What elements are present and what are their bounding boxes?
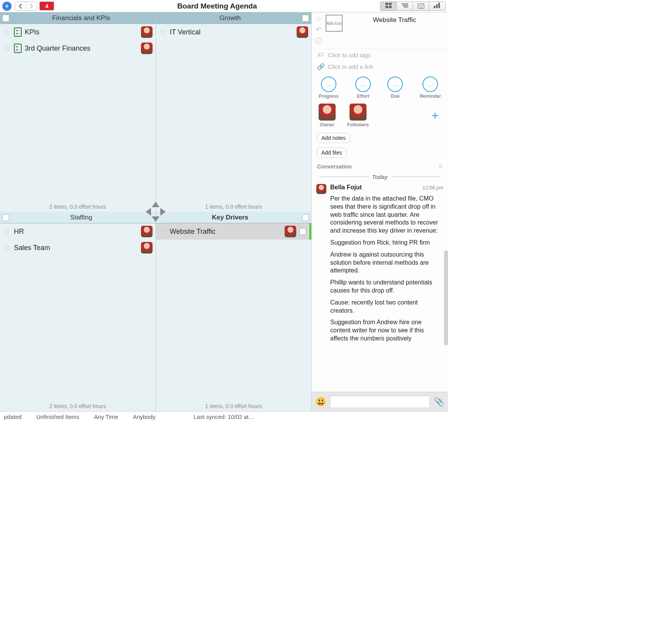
top-toolbar: + 4 Board Meeting Agenda	[0, 0, 448, 12]
comment-input-bar: 😃 📎	[312, 392, 448, 411]
quadrant-checkbox[interactable]	[302, 15, 309, 22]
filter-anybody[interactable]: Anybody	[133, 413, 155, 420]
quadrant-header[interactable]: Staffing	[0, 212, 156, 223]
tag-icon: 🏷	[317, 51, 324, 58]
star-icon[interactable]: ☆	[316, 15, 322, 23]
scrollbar[interactable]	[444, 250, 448, 345]
attachment-button[interactable]: 📎	[434, 397, 444, 407]
card-checkbox[interactable]	[299, 228, 306, 235]
comment-input[interactable]	[330, 396, 430, 408]
quadrant-title: Growth	[158, 14, 302, 22]
reminder-button[interactable]: …	[423, 77, 438, 92]
comment-text: Per the data in the attached file, CMO s…	[330, 195, 443, 235]
view-switcher: 12	[380, 2, 446, 11]
comment-time: 12:06 pm	[423, 185, 443, 191]
add-person-button[interactable]: +	[431, 109, 441, 123]
link-icon: 🔗	[317, 63, 324, 70]
avatar[interactable]	[285, 226, 296, 237]
owner-label: Owner	[320, 122, 334, 128]
card-title: 3rd Quarter Finances	[25, 44, 138, 53]
quadrant-header[interactable]: Financials and KPIs	[0, 12, 156, 24]
filter-unfinished[interactable]: Unfinished Items	[36, 413, 80, 420]
info-icon[interactable]: ⓘ	[315, 36, 322, 46]
comment-text: Cause: recently lost two content creator…	[330, 299, 443, 315]
effort-button[interactable]: …	[355, 77, 371, 92]
filter-updated[interactable]: pdated	[4, 413, 22, 420]
quadrant-checkbox[interactable]	[302, 214, 309, 221]
conversation-menu-icon[interactable]: ≡	[438, 162, 443, 170]
add-tags-row[interactable]: 🏷 Click to add tags	[312, 49, 448, 61]
star-icon[interactable]: ☆	[3, 243, 11, 252]
add-link-placeholder: Click to add a link	[328, 63, 373, 70]
card-title: Sales Team	[14, 244, 138, 252]
inspector-title: Website Traffic	[345, 15, 444, 46]
list-icon	[401, 3, 408, 9]
quadrant-header[interactable]: Growth	[156, 12, 312, 24]
add-tags-placeholder: Click to add tags	[328, 52, 371, 58]
quadrant-checkbox[interactable]	[2, 15, 9, 22]
star-icon[interactable]: ☆	[159, 227, 167, 236]
view-list-button[interactable]	[397, 2, 413, 10]
svg-rect-3	[389, 6, 392, 8]
emoji-button[interactable]: 😃	[316, 397, 326, 407]
avatar[interactable]	[141, 43, 153, 54]
chevron-right-icon	[29, 3, 33, 9]
comment-author: Bella Fojut	[330, 184, 362, 191]
svg-rect-0	[385, 3, 388, 5]
notification-badge[interactable]: 4	[39, 2, 54, 10]
card-title: KPIs	[25, 28, 138, 36]
comment-avatar[interactable]	[316, 184, 326, 194]
due-label: Due	[391, 94, 400, 99]
quadrant-checkbox[interactable]	[2, 214, 9, 221]
card-title: HR	[14, 228, 138, 236]
conversation-body[interactable]: Bella Fojut 12:06 pm Per the data in the…	[312, 181, 448, 392]
card[interactable]: ☆ Sales Team	[0, 240, 156, 256]
avatar[interactable]	[141, 242, 153, 254]
task-status-icon	[14, 27, 22, 37]
card[interactable]: ☆ HR	[0, 223, 156, 240]
calendar-icon: 12	[417, 3, 424, 10]
nav-group	[15, 2, 37, 11]
nav-back-button[interactable]	[15, 2, 26, 10]
svg-rect-8	[438, 3, 440, 8]
star-icon[interactable]: ☆	[3, 28, 11, 36]
add-notes-button[interactable]: Add notes	[317, 133, 350, 143]
add-button[interactable]: +	[2, 2, 12, 11]
card-title: Website Traffic	[170, 228, 282, 236]
avatar[interactable]	[141, 226, 153, 237]
view-grid-button[interactable]	[380, 2, 397, 10]
svg-rect-6	[434, 6, 435, 8]
star-icon[interactable]: ☆	[159, 28, 167, 36]
add-icon-button[interactable]: Add Icon	[326, 15, 343, 32]
nav-forward-button[interactable]	[26, 2, 37, 10]
progress-button[interactable]: …	[321, 77, 336, 92]
sync-status: Last synced: 10/02 at…	[193, 413, 255, 420]
view-calendar-button[interactable]: 12	[413, 2, 429, 10]
card[interactable]: ☆ 3rd Quarter Finances	[0, 40, 156, 56]
follower-avatar[interactable]	[350, 104, 367, 121]
board-area: Financials and KPIs ☆ KPIs ☆ 3rd Quart	[0, 12, 311, 411]
quadrant-footer: 1 items, 0.0 effort hours	[156, 202, 312, 212]
svg-rect-7	[436, 4, 438, 8]
card[interactable]: ☆ KPIs	[0, 24, 156, 40]
star-icon[interactable]: ☆	[3, 227, 11, 236]
view-chart-button[interactable]	[429, 2, 445, 10]
bar-chart-icon	[434, 3, 441, 9]
card[interactable]: ☆ IT Vertical	[156, 24, 312, 40]
due-button[interactable]: …	[387, 77, 403, 92]
add-link-row[interactable]: 🔗 Click to add a link	[312, 61, 448, 73]
task-status-icon	[14, 44, 22, 53]
quadrant-footer: 2 items, 0.0 effort hours	[0, 402, 156, 411]
quadrant-header[interactable]: Key Drivers	[156, 212, 312, 223]
inspector-panel: ☆ ↶ ⓘ Add Icon Website Traffic 🏷 Click t…	[311, 12, 448, 411]
today-separator: Today	[372, 174, 387, 180]
filter-anytime[interactable]: Any Time	[94, 413, 119, 420]
avatar[interactable]	[141, 26, 153, 38]
add-files-button[interactable]: Add files	[317, 148, 346, 158]
avatar[interactable]	[297, 26, 308, 38]
owner-avatar[interactable]	[319, 104, 336, 121]
star-icon[interactable]: ☆	[3, 44, 11, 53]
chevron-left-icon	[19, 3, 22, 9]
card-selected[interactable]: ☆ Website Traffic	[156, 223, 312, 240]
undo-icon[interactable]: ↶	[316, 26, 322, 34]
